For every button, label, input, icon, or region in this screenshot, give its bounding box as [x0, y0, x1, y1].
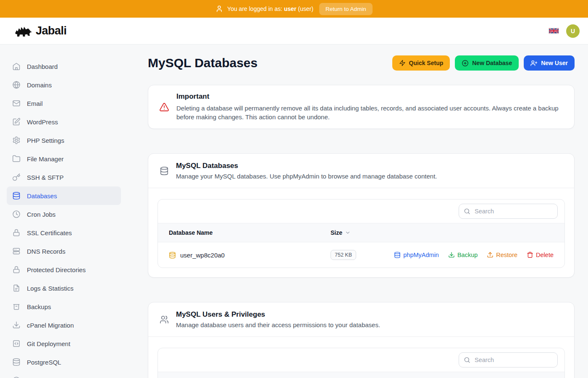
users-search-input[interactable]	[459, 352, 558, 368]
users-section-title: MySQL Users & Privileges	[176, 310, 380, 319]
sidebar-item-file-manager[interactable]: File Manager	[7, 150, 121, 168]
column-database-name: Database Name	[169, 229, 331, 236]
delete-link[interactable]: Delete	[527, 252, 554, 258]
circle-icon	[12, 376, 21, 378]
sidebar-item-domains[interactable]: Domains	[7, 76, 121, 94]
app-header: Jabali U	[0, 18, 588, 45]
archive-icon	[12, 302, 21, 311]
sidebar-item-protected-directories[interactable]: Protected Directories	[7, 260, 121, 279]
user-plus-icon	[530, 60, 538, 67]
database-icon	[394, 252, 401, 258]
sidebar-item-label: PostgreSQL	[27, 359, 61, 366]
sidebar-item-cron-jobs[interactable]: Cron Jobs	[7, 205, 121, 223]
databases-table-header: Database Name Size	[158, 223, 564, 242]
sidebar-item-ssl-certificates[interactable]: SSL Certificates	[7, 223, 121, 242]
sidebar-item-email[interactable]: Email	[7, 94, 121, 113]
sidebar-item-databases[interactable]: Databases	[7, 186, 121, 205]
sidebar-item-label: Git Deployment	[27, 340, 70, 347]
sidebar-item-git-deployment[interactable]: Git Deployment	[7, 334, 121, 353]
user-icon	[215, 5, 223, 13]
sidebar-item-label: Databases	[27, 192, 57, 200]
sidebar-item-cpanel-migration[interactable]: cPanel Migration	[7, 316, 121, 334]
database-name: user_wp8c20a0	[180, 252, 225, 259]
restore-link[interactable]: Restore	[487, 252, 517, 258]
delete-label: Delete	[536, 252, 554, 258]
logged-in-as: You are logged in as: user (user)	[215, 5, 313, 13]
new-user-button[interactable]: New User	[524, 55, 575, 71]
sidebar-item-dashboard[interactable]: Dashboard	[7, 57, 121, 76]
sidebar-item-label: Protected Directories	[27, 266, 86, 273]
main-content: MySQL Databases Quick Setup New Database…	[121, 45, 588, 378]
sidebar-item-label: File Manager	[27, 155, 64, 163]
brand-logo[interactable]: Jabali	[13, 24, 67, 38]
column-size-sort[interactable]: Size	[331, 229, 554, 236]
gear-icon	[12, 136, 21, 144]
sidebar-item-php-settings[interactable]: PHP Settings	[7, 131, 121, 150]
return-to-admin-button[interactable]: Return to Admin	[319, 3, 373, 15]
home-icon	[12, 62, 21, 71]
chevron-down-icon	[345, 230, 351, 236]
lock-icon	[12, 265, 21, 274]
server-icon	[12, 247, 21, 255]
download-icon	[448, 252, 455, 258]
sidebar-item-backups[interactable]: Backups	[7, 297, 121, 316]
new-user-label: New User	[541, 60, 568, 66]
avatar[interactable]: U	[566, 24, 580, 38]
size-badge: 752 KB	[331, 250, 356, 260]
sidebar-item-label: WordPress	[27, 118, 58, 126]
sidebar-item-label: Dashboard	[27, 63, 58, 70]
databases-section-subtitle: Manage your MySQL databases. Use phpMyAd…	[176, 173, 437, 180]
sidebar-item-label: PHP Settings	[27, 137, 64, 144]
new-database-button[interactable]: New Database	[455, 55, 519, 71]
file-text-icon	[12, 284, 21, 292]
folder-icon	[12, 155, 21, 163]
sidebar-item-label: SSL Certificates	[27, 229, 72, 236]
clock-icon	[12, 210, 21, 218]
database-row: user_wp8c20a0 752 KB phpMyAdmin Backup	[158, 242, 564, 268]
backup-link[interactable]: Backup	[448, 252, 478, 258]
backup-label: Backup	[457, 252, 478, 258]
database-icon	[12, 358, 21, 366]
mail-icon	[12, 99, 21, 108]
important-warning-card: Important Deleting a database will perma…	[148, 85, 575, 129]
boar-logo-icon	[13, 24, 32, 38]
databases-search-input[interactable]	[459, 204, 558, 219]
sidebar-item-ssh-sftp[interactable]: SSH & SFTP	[7, 168, 121, 186]
sidebar-item-label: Email	[27, 100, 43, 107]
quick-setup-label: Quick Setup	[409, 60, 444, 66]
users-section-subtitle: Manage database users and their access p…	[176, 321, 380, 328]
pen-square-icon	[12, 118, 21, 126]
sidebar-item-postgresql[interactable]: PostgreSQL	[7, 353, 121, 371]
sidebar-item-label: cPanel Migration	[27, 322, 74, 329]
column-size-label: Size	[331, 229, 342, 236]
sidebar-item-label: Backups	[27, 303, 51, 310]
quick-setup-button[interactable]: Quick Setup	[392, 55, 450, 71]
databases-section-title: MySQL Databases	[176, 162, 437, 170]
sidebar-item-logs-statistics[interactable]: Logs & Statistics	[7, 279, 121, 297]
trash-icon	[527, 252, 533, 258]
users-section-card: MySQL Users & Privileges Manage database…	[148, 302, 575, 378]
databases-section-card: MySQL Databases Manage your MySQL databa…	[148, 153, 575, 278]
brand-name: Jabali	[36, 24, 67, 37]
users-table-header: User Database Privileges	[158, 372, 564, 378]
lightning-icon	[399, 60, 406, 66]
phpmyadmin-label: phpMyAdmin	[403, 252, 439, 258]
warning-title: Important	[176, 92, 563, 101]
page-title: MySQL Databases	[148, 56, 257, 70]
sidebar-item-label: DNS Records	[27, 248, 66, 255]
users-icon	[160, 315, 169, 324]
upload-icon	[487, 252, 494, 258]
warning-triangle-icon	[159, 102, 169, 112]
phpmyadmin-link[interactable]: phpMyAdmin	[394, 252, 439, 258]
sidebar-item-wordpress[interactable]: WordPress	[7, 113, 121, 131]
database-icon	[160, 166, 169, 176]
warning-body: Deleting a database will permanently rem…	[176, 104, 563, 121]
uk-flag-icon[interactable]	[549, 28, 559, 34]
sidebar-item-dns-records[interactable]: DNS Records	[7, 242, 121, 260]
sidebar-item-label: Cron Jobs	[27, 211, 55, 218]
new-database-label: New Database	[472, 60, 512, 66]
database-icon	[169, 252, 176, 259]
sidebar-item-partial[interactable]	[7, 371, 121, 378]
download-icon	[12, 321, 21, 329]
logged-in-text: You are logged in as: user (user)	[227, 5, 313, 12]
